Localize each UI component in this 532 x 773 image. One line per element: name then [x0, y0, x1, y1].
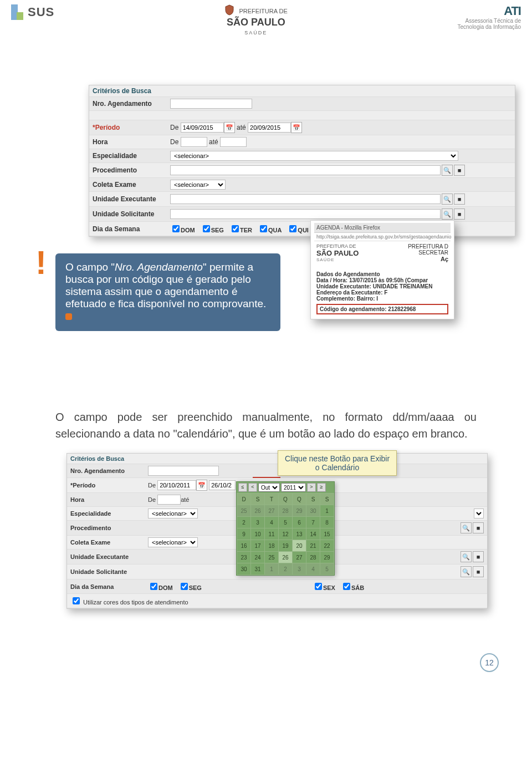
hora-ate: até: [209, 138, 218, 146]
day-sab[interactable]: SÁB: [341, 581, 364, 592]
periodo-date-to[interactable]: [248, 123, 291, 133]
unidade-sol-label: Unidade Solicitante: [70, 568, 148, 575]
shield-icon: [224, 4, 234, 17]
calendar-grid: D S T Q Q S S 2526272829301 2345678 9101…: [237, 493, 334, 575]
clear-icon[interactable]: ■: [473, 566, 484, 577]
year-select[interactable]: 2011: [281, 483, 306, 492]
spacer-row: [89, 111, 515, 120]
coleta-select[interactable]: <selecionar>: [170, 180, 226, 190]
coleta-label: Coleta Exame: [70, 539, 148, 546]
criteria-title: Critérios de Busca: [70, 455, 148, 462]
clear-icon[interactable]: ■: [454, 194, 465, 205]
nav-prev-icon[interactable]: <: [248, 483, 257, 492]
criteria-title-row: Critérios de Busca: [67, 454, 487, 464]
hora-to[interactable]: [220, 137, 247, 147]
search-icon[interactable]: 🔍: [461, 522, 472, 533]
unidade-sol-row: Unidade Solicitante 🔍 ■: [89, 207, 515, 222]
popup-line3: Endereço da Executante: F: [316, 289, 387, 296]
popup-header: PREFEITURA DE SÃO PAULO SAÚDE PREFEITURA…: [314, 241, 451, 265]
page-number-container: 12: [0, 653, 532, 672]
nav-first-icon[interactable]: ≤: [238, 483, 247, 492]
sus-logo: SUS: [11, 4, 54, 20]
popup-dados-title: Dados do Agendamento: [316, 271, 380, 277]
calendar-icon[interactable]: [196, 480, 207, 491]
criteria-title-row: Critérios de Busca: [89, 85, 515, 97]
periodo-label: *Período: [93, 124, 170, 131]
unidade-exec-label: Unidade Executante: [70, 553, 148, 560]
popup-line2: Unidade Executante: UNIDADE TREINAMEN: [316, 283, 432, 289]
especialidade-select[interactable]: <selecionar>: [170, 151, 458, 161]
periodo-date-from[interactable]: [181, 123, 224, 133]
popup-line4: Complemento: Bairro: I: [316, 296, 378, 302]
nav-next-icon[interactable]: >: [307, 483, 316, 492]
calendar-icon[interactable]: [224, 122, 235, 133]
nro-label: Nro. Agendamento: [93, 100, 170, 108]
clear-icon[interactable]: ■: [473, 551, 484, 562]
search-icon[interactable]: 🔍: [442, 208, 453, 220]
nro-row: Nro. Agendamento: [89, 97, 515, 111]
nro-input[interactable]: [148, 466, 219, 476]
clear-icon[interactable]: ■: [473, 522, 484, 533]
ati-logo: ATI Assessoria Técnica de Tecnologia da …: [457, 4, 521, 30]
callout-text-1: O campo ": [65, 261, 115, 273]
periodo-ate: até: [237, 124, 246, 131]
especialidade-select[interactable]: <selecionar>: [148, 508, 198, 518]
day-qui[interactable]: QUI: [287, 223, 309, 234]
days-group: DOM SEG SEX SÁB: [148, 581, 364, 592]
day-seg[interactable]: SEG: [201, 223, 224, 234]
coleta-select[interactable]: <selecionar>: [148, 537, 198, 547]
dia-row: Dia da Semana DOM SEG SEX SÁB: [67, 579, 487, 594]
day-sex[interactable]: SEX: [313, 581, 335, 592]
page-header: SUS PREFEITURA DE SÃO PAULO SAÚDE ATI As…: [0, 0, 532, 40]
search-panel-with-calendar: Clique neste Botão para Exibir o Calendá…: [66, 453, 488, 609]
coleta-label: Coleta Exame: [93, 181, 170, 189]
periodo-date-from[interactable]: [157, 480, 196, 490]
periodo-label: *Período: [70, 482, 148, 489]
procedimento-input[interactable]: [170, 165, 441, 175]
nro-input[interactable]: [170, 99, 252, 109]
page-number: 12: [480, 653, 499, 672]
search-icon[interactable]: 🔍: [461, 551, 472, 562]
hora-from[interactable]: [157, 495, 181, 505]
criteria-title: Critérios de Busca: [93, 87, 170, 95]
day-seg[interactable]: SEG: [178, 581, 202, 592]
search-icon[interactable]: 🔍: [442, 165, 453, 176]
unidade-exec-label: Unidade Executante: [93, 195, 170, 203]
popup-pref-logo: PREFEITURA DE SÃO PAULO SAÚDE: [316, 243, 359, 262]
search-icon[interactable]: 🔍: [442, 194, 453, 205]
pref-line3: SAÚDE: [244, 30, 267, 35]
popup-codigo-box: Código do agendamento: 212822968: [316, 304, 448, 314]
especialidade-row: Especialidade <selecionar>: [89, 149, 515, 163]
unidade-exec-input[interactable]: [170, 194, 441, 204]
bullet-icon: [65, 313, 72, 320]
day-dom[interactable]: DOM: [148, 581, 173, 592]
coleta-row: Coleta Exame <selecionar>: [89, 178, 515, 192]
ati-line1: Assessoria Técnica de: [457, 18, 521, 24]
periodo-date-to-frag[interactable]: [209, 480, 236, 490]
especialidade-drop-icon[interactable]: [474, 508, 484, 518]
popup-url: http://tsiga.saude.prefeitura.sp.gov.br/…: [314, 233, 451, 241]
nav-last-icon[interactable]: ≥: [317, 483, 326, 492]
month-select[interactable]: Out: [258, 483, 280, 492]
utilizar-cores-checkbox[interactable]: Utilizar cores dos tipos de atendimento: [70, 596, 188, 606]
prefeitura-logo: PREFEITURA DE SÃO PAULO SAÚDE: [224, 4, 288, 36]
calendar-nav: ≤ < Out 2011 > ≥: [237, 482, 334, 493]
popup-window-title: AGENDA - Mozilla Firefox: [314, 223, 451, 233]
search-icon[interactable]: 🔍: [461, 566, 472, 577]
unidade-exec-row: Unidade Executante 🔍 ■: [89, 192, 515, 207]
clear-icon[interactable]: ■: [454, 208, 465, 220]
hora-from[interactable]: [181, 137, 207, 147]
sus-green-block: [17, 12, 23, 20]
callout-text-italic: Nro. Agendamento: [115, 261, 203, 273]
day-ter[interactable]: TER: [229, 223, 252, 234]
clear-icon[interactable]: ■: [454, 165, 465, 176]
periodo-de: De: [170, 124, 178, 131]
popup-codigo: Código do agendamento: 212822968: [320, 306, 416, 312]
unidade-sol-input[interactable]: [170, 209, 441, 219]
calendar-popup[interactable]: ≤ < Out 2011 > ≥ D S T Q Q S S 252627282…: [236, 481, 335, 576]
calendar-tooltip: Clique neste Botão para Exibir o Calendá…: [278, 450, 397, 476]
hora-row: Hora De até: [89, 135, 515, 149]
day-dom[interactable]: DOM: [170, 223, 195, 234]
calendar-icon[interactable]: [291, 122, 302, 133]
day-qua[interactable]: QUA: [258, 223, 282, 234]
